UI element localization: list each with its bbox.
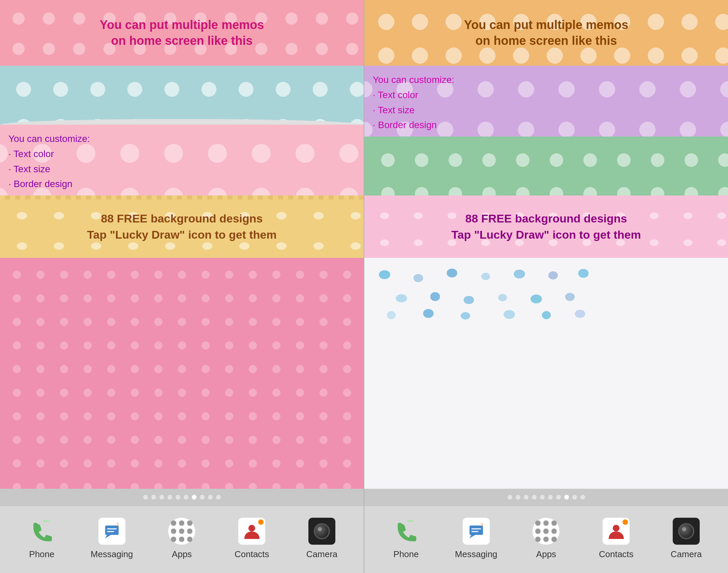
contacts-icon-right [603,518,630,545]
right-dot-8 [564,495,569,500]
apps-dot-7 [171,537,176,542]
left-camera-icon-wrap [307,516,337,546]
left-dot-8 [200,495,205,500]
right-dot-5 [540,495,545,500]
right-nav-camera[interactable]: Camera [651,516,721,560]
right-nav-apps[interactable]: Apps [511,516,581,560]
left-dot-7 [192,495,196,500]
right-nav-messaging[interactable]: :) Messaging [441,516,511,560]
right-dot-10 [580,495,585,500]
left-customize-text: You can customize: · Text color · Text s… [8,131,90,192]
right-panel-4[interactable]: 88 FREE background designs Tap "Lucky Dr… [364,195,728,258]
apps-dot-9 [187,537,192,542]
left-phone-icon-wrap [27,516,57,546]
r-apps-dot-9 [551,537,557,542]
right-contacts-label: Contacts [599,549,634,560]
left-panel-4[interactable]: 88 FREE background designs Tap "Lucky Dr… [0,195,364,258]
r-apps-dot-8 [543,537,549,542]
left-dot-9 [208,495,213,500]
right-apps-icon-wrap [531,516,561,546]
right-contacts-icon-wrap [601,516,631,546]
camera-lens-right [678,523,694,539]
left-content: You can put multiple memos on home scree… [0,0,364,489]
right-customize-text: You can customize: · Text color · Text s… [373,72,454,133]
apps-dot-1 [171,520,176,526]
left-nav-camera[interactable]: Camera [287,516,357,560]
messaging-icon-right: :) [463,518,490,545]
apps-dot-8 [179,537,184,542]
left-nav-contacts[interactable]: Contacts [217,516,287,560]
right-dot-9 [572,495,577,500]
left-contacts-icon-wrap [237,516,267,546]
r-apps-dot-2 [543,520,549,526]
right-panel-1[interactable]: You can put multiple memos on home scree… [364,0,728,66]
apps-dots-grid [171,520,192,542]
svg-text::): :) [480,523,483,527]
left-apps-label: Apps [172,549,192,560]
phone-icon [30,519,54,543]
left-panel-3[interactable]: You can customize: · Text color · Text s… [0,125,364,195]
camera-icon-right [673,518,700,545]
right-apps-label: Apps [536,549,556,560]
svg-marker-2 [105,535,111,538]
svg-point-6 [248,525,255,532]
left-dot-1 [143,495,148,500]
right-nav-contacts[interactable]: Contacts [581,516,651,560]
svg-text::): :) [116,523,119,527]
right-dot-1 [508,495,512,500]
right-phone-label: Phone [393,549,419,560]
camera-lens [314,523,330,539]
left-free-text: 88 FREE background designs Tap "Lucky Dr… [87,211,276,243]
right-nav-bar: Phone :) Messaging [364,506,728,573]
left-dot-2 [151,495,156,500]
right-camera-label: Camera [671,549,702,560]
contacts-notification-dot [258,519,264,525]
left-memo-text-1: You can put multiple memos on home scree… [90,14,274,52]
right-messaging-label: Messaging [455,549,497,560]
left-nav-phone[interactable]: Phone [7,516,77,560]
right-messaging-icon-wrap: :) [461,516,491,546]
left-page-dots [0,489,364,506]
svg-point-13 [613,525,619,532]
left-nav-messaging[interactable]: :) Messaging [77,516,147,560]
left-dot-4 [168,495,172,500]
apps-dot-2 [179,520,184,526]
right-panel-2[interactable]: You can customize: · Text color · Text s… [364,66,728,137]
left-nav-apps[interactable]: Apps [147,516,217,560]
right-dot-2 [516,495,520,500]
left-dot-3 [159,495,164,500]
right-dot-4 [532,495,537,500]
right-phone-icon-wrap [391,516,421,546]
r-apps-dot-5 [543,529,549,534]
left-contacts-label: Contacts [235,549,269,560]
right-content: You can put multiple memos on home scree… [364,0,728,489]
apps-dot-6 [187,529,192,534]
phone-icon-right [394,519,418,543]
right-panel-5[interactable] [364,258,728,489]
svg-marker-9 [469,535,475,538]
right-nav-phone[interactable]: Phone [371,516,441,560]
left-panel-1[interactable]: You can put multiple memos on home scree… [0,0,364,66]
left-dot-10 [216,495,221,500]
left-panel-2[interactable] [0,66,364,125]
contacts-notification-dot-right [623,519,628,525]
right-dot-6 [548,495,553,500]
r-apps-dot-4 [535,529,541,534]
right-phone-screen: You can put multiple memos on home scree… [364,0,728,573]
left-camera-label: Camera [306,549,337,560]
r-apps-dot-7 [535,537,541,542]
right-page-dots [364,489,728,506]
left-messaging-label: Messaging [91,549,133,560]
right-memo-text-1: You can put multiple memos on home scree… [454,14,638,52]
apps-dot-4 [171,529,176,534]
right-panel-3[interactable] [364,137,728,195]
left-phone-label: Phone [29,549,54,560]
apps-dot-3 [187,520,192,526]
left-panel-5[interactable] [0,258,364,489]
right-dot-7 [556,495,561,500]
camera-icon [308,518,335,545]
contacts-icon [238,518,265,545]
r-apps-dot-3 [551,520,557,526]
apps-dots-grid-right [535,520,557,542]
apps-dot-5 [179,529,184,534]
